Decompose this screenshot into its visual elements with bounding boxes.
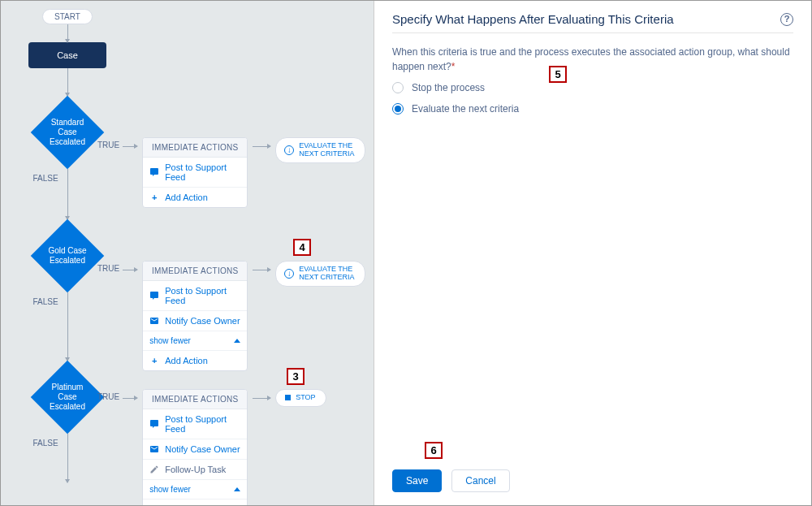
criteria-label: Platinum Case Escalated	[41, 383, 93, 412]
cancel-button[interactable]: Cancel	[451, 469, 509, 492]
connector	[123, 146, 137, 147]
criteria-label: Gold Case Escalated	[41, 246, 93, 266]
add-action-link[interactable]: + Add Action	[143, 350, 247, 370]
actions-card-1[interactable]: IMMEDIATE ACTIONS Post to Support Feed +…	[142, 137, 248, 208]
connector	[123, 270, 137, 270]
show-fewer-toggle[interactable]: show fewer	[143, 331, 247, 350]
panel-title: Specify What Happens After Evaluating Th…	[392, 12, 674, 26]
true-label: TRUE	[97, 264, 119, 273]
save-button[interactable]: Save	[392, 469, 442, 492]
show-fewer-label: show fewer	[149, 485, 191, 494]
action-post-to-support-feed[interactable]: Post to Support Feed	[143, 281, 247, 310]
evaluate-next-button-2[interactable]: ↓ EVALUATE THE NEXT CRITERIA	[275, 261, 365, 287]
callout-4: 4	[293, 239, 311, 256]
action-label: Notify Case Owner	[165, 444, 240, 454]
callout-5: 5	[549, 66, 567, 83]
radio-label: Evaluate the next criteria	[412, 102, 519, 116]
false-label: FALSE	[33, 297, 58, 306]
plus-icon: +	[149, 192, 159, 202]
action-label: Post to Support Feed	[165, 414, 240, 434]
connector	[67, 24, 68, 42]
mail-icon	[149, 444, 159, 454]
arrow-down-circle-icon: ↓	[284, 269, 294, 279]
start-node: START	[42, 9, 93, 24]
true-label: TRUE	[97, 141, 119, 149]
show-fewer-toggle[interactable]: show fewer	[143, 479, 247, 499]
chevron-up-icon	[234, 487, 240, 491]
connector	[67, 68, 68, 96]
terminal-label: STOP	[296, 394, 315, 402]
connector	[253, 270, 270, 270]
arrow-down-circle-icon: ↓	[284, 145, 294, 155]
actions-header: IMMEDIATE ACTIONS	[143, 262, 247, 281]
action-label: Post to Support Feed	[165, 162, 240, 182]
false-label: FALSE	[33, 439, 58, 448]
false-label: FALSE	[33, 174, 58, 183]
connector	[253, 398, 270, 399]
actions-card-2[interactable]: IMMEDIATE ACTIONS Post to Support Feed N…	[142, 261, 248, 371]
add-action-link[interactable]: + Add Action	[143, 499, 247, 505]
mail-icon	[149, 316, 159, 326]
actions-header: IMMEDIATE ACTIONS	[143, 390, 247, 409]
add-action-label: Add Action	[165, 504, 208, 505]
add-action-label: Add Action	[165, 356, 208, 365]
criteria-label: Standard Case Escalated	[41, 118, 93, 147]
action-label: Notify Case Owner	[165, 316, 240, 326]
after-evaluate-radio-group: Stop the process Evaluate the next crite…	[392, 80, 793, 116]
radio-option-evaluate-next[interactable]: Evaluate the next criteria	[392, 102, 793, 116]
detail-panel: Specify What Happens After Evaluating Th…	[374, 1, 811, 505]
speech-icon	[149, 291, 159, 301]
plus-icon: +	[149, 356, 159, 365]
stop-icon	[285, 395, 291, 400]
connector	[253, 146, 270, 147]
speech-icon	[149, 167, 159, 177]
action-label: Post to Support Feed	[165, 286, 240, 305]
action-follow-up-task[interactable]: Follow-Up Task	[143, 459, 247, 479]
callout-6: 6	[425, 442, 443, 459]
action-post-to-support-feed[interactable]: Post to Support Feed	[143, 158, 247, 187]
speech-icon	[149, 419, 159, 429]
criteria-node-standard-case-escalated[interactable]: Standard Case Escalated	[31, 96, 105, 170]
action-notify-case-owner[interactable]: Notify Case Owner	[143, 310, 247, 331]
chevron-up-icon	[234, 339, 240, 343]
connector	[123, 398, 137, 399]
required-asterisk: *	[451, 61, 456, 72]
connector-false: FALSE	[67, 434, 68, 482]
add-action-link[interactable]: + Add Action	[143, 187, 247, 207]
true-label: TRUE	[97, 392, 119, 401]
plus-icon: +	[149, 504, 159, 505]
actions-card-3[interactable]: IMMEDIATE ACTIONS Post to Support Feed N…	[142, 389, 248, 505]
radio-option-stop[interactable]: Stop the process	[392, 80, 793, 95]
object-node-case[interactable]: Case	[28, 42, 106, 68]
connector-false: FALSE	[67, 292, 68, 361]
prompt-text: When this criteria is true and the proce…	[392, 45, 793, 74]
connector-false: FALSE	[67, 169, 68, 219]
action-notify-case-owner[interactable]: Notify Case Owner	[143, 439, 247, 459]
pencil-icon	[149, 465, 159, 474]
criteria-node-gold-case-escalated[interactable]: Gold Case Escalated	[31, 219, 105, 293]
terminal-label: EVALUATE THE NEXT CRITERIA	[299, 142, 354, 158]
add-action-label: Add Action	[165, 192, 208, 202]
callout-3: 3	[287, 368, 304, 385]
radio-icon-selected	[392, 103, 404, 115]
action-label: Follow-Up Task	[165, 465, 226, 474]
actions-header: IMMEDIATE ACTIONS	[143, 138, 247, 158]
criteria-node-platinum-case-escalated[interactable]: Platinum Case Escalated	[31, 361, 105, 435]
stop-button[interactable]: STOP	[275, 389, 326, 407]
help-icon[interactable]: ?	[780, 13, 793, 26]
evaluate-next-button-1[interactable]: ↓ EVALUATE THE NEXT CRITERIA	[275, 137, 365, 163]
show-fewer-label: show fewer	[149, 336, 191, 345]
radio-label: Stop the process	[412, 80, 485, 95]
process-canvas[interactable]: START Case Standard Case Escalated FALSE…	[1, 1, 374, 505]
radio-icon	[392, 82, 404, 93]
terminal-label: EVALUATE THE NEXT CRITERIA	[299, 266, 354, 282]
action-post-to-support-feed[interactable]: Post to Support Feed	[143, 409, 247, 439]
